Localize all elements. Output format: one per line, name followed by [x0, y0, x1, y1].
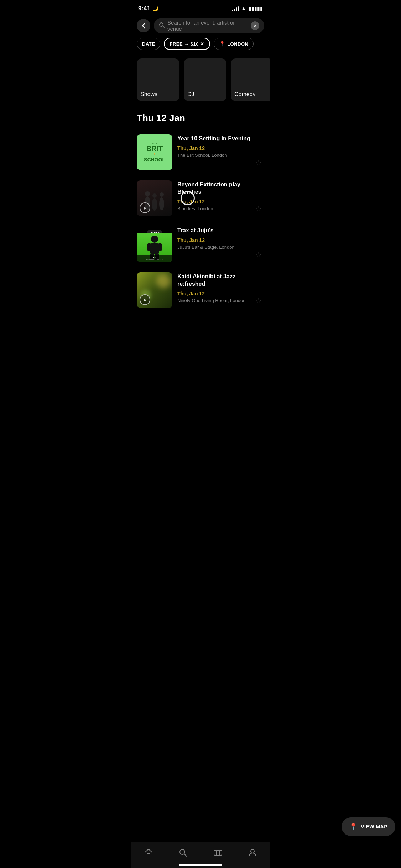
date-filter-chip[interactable]: DATE [137, 38, 160, 50]
favorite-button[interactable]: ♡ [253, 249, 264, 260]
event-thumb-band: ▶ [137, 180, 172, 216]
play-button[interactable]: ▶ [140, 202, 150, 213]
svg-rect-9 [150, 243, 159, 254]
event-info: Trax at Juju's Thu, Jan 12 JuJu's Bar & … [177, 226, 264, 250]
location-filter-icon: 📍 [219, 41, 225, 47]
search-input: Search for an event, artist or venue [167, 20, 248, 32]
category-card-dj[interactable]: DJ [184, 58, 226, 101]
category-label-comedy: Comedy [234, 91, 256, 98]
favorite-button[interactable]: ♡ [253, 295, 264, 306]
heart-icon: ♡ [255, 158, 262, 167]
clear-button[interactable]: ✕ [251, 21, 259, 30]
signal-icon [232, 6, 239, 11]
favorite-button[interactable]: ♡ [253, 157, 264, 169]
category-card-comedy[interactable]: Comedy [231, 58, 270, 101]
status-time: 9:41 [138, 5, 150, 12]
clear-icon: ✕ [253, 23, 257, 29]
event-title: Kaidi Akinnibi at Jazz re:freshed [177, 273, 264, 288]
date-filter-label: DATE [142, 41, 155, 47]
event-venue: Blondies, London [177, 206, 264, 211]
event-title: Year 10 Settling In Evening [177, 135, 264, 143]
svg-point-6 [159, 197, 164, 210]
wifi-icon: ▲ [241, 5, 246, 12]
svg-line-1 [163, 26, 164, 27]
svg-point-7 [160, 192, 164, 197]
search-icon [159, 22, 165, 29]
location-filter-label: LONDON [227, 41, 248, 47]
event-date: Thu, Jan 12 [177, 145, 264, 151]
svg-point-8 [151, 236, 158, 243]
search-container: Search for an event, artist or venue ✕ [131, 15, 270, 38]
favorite-button[interactable]: ♡ [253, 203, 264, 215]
back-button[interactable] [137, 19, 150, 32]
category-section: Shows DJ Comedy Party Social [131, 56, 270, 104]
date-header: Thu 12 Jan [131, 104, 270, 129]
category-label-dj: DJ [187, 91, 194, 98]
status-bar: 9:41 🌙 ▲ ▮▮▮▮▮ [131, 0, 270, 15]
event-venue: The Brit School, London [177, 153, 264, 158]
heart-icon: ♡ [255, 250, 262, 259]
heart-icon: ♡ [255, 204, 262, 213]
moon-icon: 🌙 [152, 6, 158, 11]
event-date: Thu, Jan 12 [177, 291, 264, 296]
event-info: Year 10 Settling In Evening Thu, Jan 12 … [177, 134, 264, 158]
event-item[interactable]: ▶ Beyond Extinction play Blondies Thu, J… [137, 175, 264, 221]
search-bar[interactable]: Search for an event, artist or venue ✕ [154, 18, 264, 33]
svg-point-3 [145, 191, 150, 196]
event-title: Trax at Juju's [177, 227, 264, 234]
event-thumb-juju: JUJU'S TRAX WIT [137, 226, 172, 262]
event-venue: Ninety One Living Room, London [177, 298, 264, 303]
status-icons: ▲ ▮▮▮▮▮ [232, 5, 263, 12]
category-label-shows: Shows [140, 91, 157, 98]
heart-icon: ♡ [255, 296, 262, 305]
loading-circle [181, 191, 195, 205]
play-button[interactable]: ▶ [140, 294, 150, 305]
event-venue: JuJu's Bar & Stage, London [177, 244, 264, 250]
svg-point-5 [152, 193, 157, 198]
event-list: The BRIT 🏃 SCHOOL Year 10 Settling In Ev… [131, 129, 270, 313]
svg-point-4 [152, 198, 157, 211]
location-filter-chip[interactable]: 📍 LONDON [214, 38, 254, 50]
event-item[interactable]: The BRIT 🏃 SCHOOL Year 10 Settling In Ev… [137, 129, 264, 175]
price-filter-chip[interactable]: FREE → $10 ✕ [164, 38, 210, 50]
svg-rect-10 [147, 243, 151, 251]
filter-row: DATE FREE → $10 ✕ 📍 LONDON [131, 38, 270, 56]
svg-rect-11 [158, 243, 162, 251]
event-info: Kaidi Akinnibi at Jazz re:freshed Thu, J… [177, 272, 264, 303]
event-thumb-brit: The BRIT 🏃 SCHOOL [137, 134, 172, 170]
category-card-shows[interactable]: Shows [137, 58, 179, 101]
event-date: Thu, Jan 12 [177, 237, 264, 243]
event-thumb-kaidi: ▶ [137, 272, 172, 308]
price-filter-label: FREE → $10 ✕ [170, 41, 204, 47]
event-item[interactable]: ▶ Kaidi Akinnibi at Jazz re:freshed Thu,… [137, 267, 264, 313]
event-item[interactable]: JUJU'S TRAX WIT [137, 221, 264, 267]
battery-icon: ▮▮▮▮▮ [249, 6, 263, 11]
